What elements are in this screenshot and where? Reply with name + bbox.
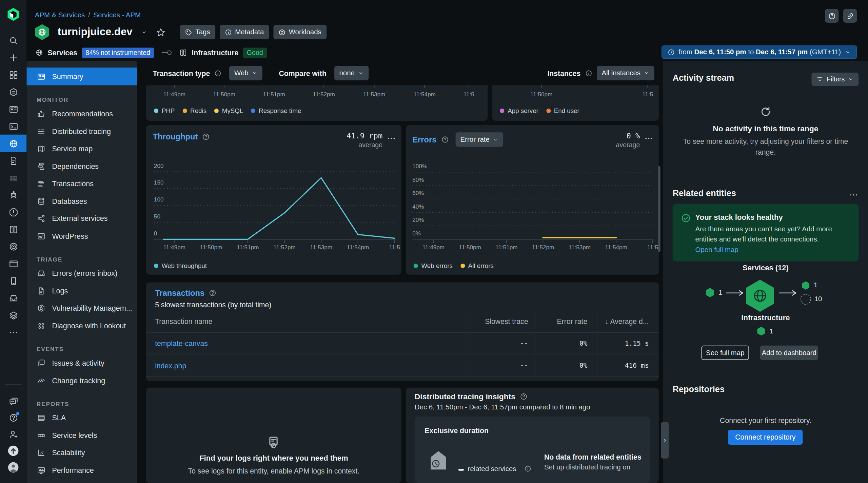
filters-button[interactable]: Filters — [812, 73, 859, 86]
sidebar-item-issues-activity[interactable]: Issues & activity — [26, 354, 137, 372]
check-circle-icon — [681, 213, 691, 223]
sidebar-item-logs[interactable]: Logs — [26, 282, 137, 300]
legend-item[interactable]: App server — [500, 108, 538, 114]
time-picker[interactable]: from Dec 6, 11:50 pm to Dec 6, 11:57 pm … — [661, 45, 857, 59]
sidebar-item-scalability[interactable]: Scalability — [26, 444, 137, 461]
rail-item-dashboards[interactable] — [0, 100, 26, 118]
transactions-help-icon[interactable] — [209, 289, 217, 297]
services-instrumented-badge[interactable]: 84% not instrumented — [82, 47, 154, 58]
compare-with-dropdown[interactable]: none — [334, 66, 369, 80]
legend-item[interactable]: MySQL — [214, 108, 243, 114]
entity-chevron-down-icon[interactable] — [141, 29, 147, 35]
tracing-insights-help-icon[interactable] — [520, 393, 528, 401]
rail-item-invite-user[interactable] — [0, 425, 26, 443]
see-full-map-button[interactable]: See full map — [702, 346, 749, 360]
rail-item-apps-grid[interactable] — [0, 66, 26, 83]
rail-item-stacks[interactable] — [0, 306, 26, 324]
sidebar-item-diagnose-with-lookout[interactable]: Diagnose with Lookout — [26, 317, 137, 334]
rail-item-search[interactable] — [0, 32, 26, 49]
downstream-unknown-dashed-circle-icon[interactable] — [801, 294, 811, 305]
sidebar-item-errors-errors-inbox[interactable]: Errors (errors inbox) — [26, 265, 137, 282]
transaction-name-link[interactable]: template-canvas — [155, 340, 208, 348]
current-service-hexagon-icon[interactable] — [745, 279, 775, 312]
errors-legend: Web errorsAll errors — [414, 263, 494, 269]
copy-link-button[interactable] — [843, 9, 857, 23]
instances-info-icon[interactable] — [585, 70, 592, 77]
rail-item-user-avatar[interactable] — [0, 459, 26, 476]
upstream-hexagon-icon[interactable] — [705, 287, 715, 298]
rail-item-add[interactable] — [0, 49, 26, 66]
open-full-map-link[interactable]: Open full map — [695, 246, 738, 254]
sidebar-item-service-map[interactable]: Service map — [26, 140, 137, 157]
transaction-type-info-icon[interactable] — [214, 70, 221, 77]
add-to-dashboard-button[interactable]: Add to dashboard — [760, 346, 818, 360]
instances-dropdown[interactable]: All instances — [597, 66, 654, 80]
sidebar-item-label: Transactions — [52, 179, 93, 188]
rail-item-help[interactable] — [0, 409, 26, 426]
transaction-name-link[interactable]: index.php — [155, 362, 186, 370]
right-panel-collapse-handle[interactable] — [661, 422, 669, 459]
column-header[interactable]: ↓ Average d... — [605, 317, 649, 326]
sidebar-item-databases[interactable]: Databases — [26, 192, 137, 210]
downstream-healthy-hexagon-icon[interactable] — [801, 280, 810, 291]
rail-item-ai-assistant[interactable] — [0, 186, 26, 204]
legend-item[interactable]: PHP — [154, 108, 175, 114]
legend-item[interactable]: Web errors — [414, 263, 453, 269]
breadcrumb-apm-services[interactable]: APM & Services — [35, 11, 85, 19]
legend-item[interactable]: Web throughput — [154, 263, 207, 269]
throughput-chart-card: Throughput 41.9 rpm average 200150100500… — [146, 125, 401, 275]
legend-item[interactable]: Redis — [182, 108, 206, 114]
sidebar-item-external-services[interactable]: External services — [26, 210, 137, 227]
main-scrollbar-thumb[interactable] — [658, 166, 660, 252]
rail-item-browser-app[interactable] — [0, 255, 26, 272]
column-header[interactable]: Error rate — [557, 317, 588, 326]
sidebar-item-summary[interactable]: Summary — [26, 67, 137, 85]
rail-item-entity-explorer[interactable] — [0, 83, 26, 101]
infrastructure-hexagon-icon[interactable] — [756, 326, 766, 337]
web-transactions-time-axis: 11:49pm11:50pm11:51pm11:52pm11:53pm11:54… — [146, 83, 488, 102]
rail-item-upgrade-arrow[interactable] — [0, 442, 26, 460]
sidebar-item-label: Errors (errors inbox) — [52, 269, 117, 277]
help-button[interactable] — [825, 9, 839, 23]
svg-text:20%: 20% — [412, 216, 424, 223]
rail-item-feedback-chat[interactable] — [0, 392, 26, 410]
legend-item[interactable]: End user — [546, 108, 579, 114]
rail-item-mobile-app[interactable] — [0, 272, 26, 290]
sidebar-item-transactions[interactable]: Transactions — [26, 175, 137, 192]
tags-button[interactable]: Tags — [180, 25, 215, 39]
rail-item-document[interactable] — [0, 152, 26, 169]
breadcrumb-services-apm[interactable]: Services - APM — [94, 11, 141, 19]
sidebar-item-sla[interactable]: SLA — [26, 409, 137, 427]
rail-item-apm-globe[interactable] — [0, 135, 26, 152]
sidebar-item-change-tracking[interactable]: Change tracking — [26, 372, 137, 389]
metadata-button[interactable]: Metadata — [219, 25, 269, 39]
workloads-button[interactable]: Workloads — [273, 25, 326, 39]
sidebar-item-vulnerability-managem[interactable]: Vulnerability Managem... — [26, 300, 137, 317]
related-entities-menu-icon[interactable] — [849, 191, 858, 199]
legend-item[interactable]: Response time — [251, 108, 301, 114]
svg-text:11:50pm: 11:50pm — [530, 91, 552, 98]
rail-item-synthetics-target[interactable] — [0, 237, 26, 255]
rail-item-alerts[interactable] — [0, 203, 26, 221]
legend-dot-icon — [546, 109, 551, 113]
transactions-title-link[interactable]: Transactions — [155, 289, 204, 297]
sidebar-item-dependencies[interactable]: Dependencies — [26, 157, 137, 175]
sidebar-item-wordpress[interactable]: WordPress — [26, 227, 137, 245]
rail-item-distributed-tracing[interactable] — [0, 169, 26, 187]
rail-item-more-options[interactable] — [0, 323, 26, 341]
favorite-star-icon[interactable] — [156, 27, 166, 37]
sidebar-item-distributed-tracing[interactable]: Distributed tracing — [26, 123, 137, 140]
connect-repository-button[interactable]: Connect repository — [728, 430, 803, 445]
column-header[interactable]: Slowest trace — [485, 317, 528, 326]
related-services-info-icon[interactable] — [524, 465, 531, 472]
rail-item-infrastructure-hosts[interactable] — [0, 220, 26, 238]
legend-item[interactable]: All errors — [460, 263, 494, 269]
sidebar-item-recommendations[interactable]: Recommendations — [26, 105, 137, 122]
sidebar-item-service-levels[interactable]: Service levels — [26, 427, 137, 444]
sidebar-item-performance[interactable]: Performance — [26, 462, 137, 479]
sidebar-item-label: Recommendations — [52, 110, 113, 118]
rail-item-query-console[interactable] — [0, 117, 26, 135]
transaction-type-dropdown[interactable]: Web — [229, 66, 262, 80]
rail-item-errors-inbox[interactable] — [0, 289, 26, 307]
infrastructure-status-badge[interactable]: Good — [243, 47, 267, 58]
